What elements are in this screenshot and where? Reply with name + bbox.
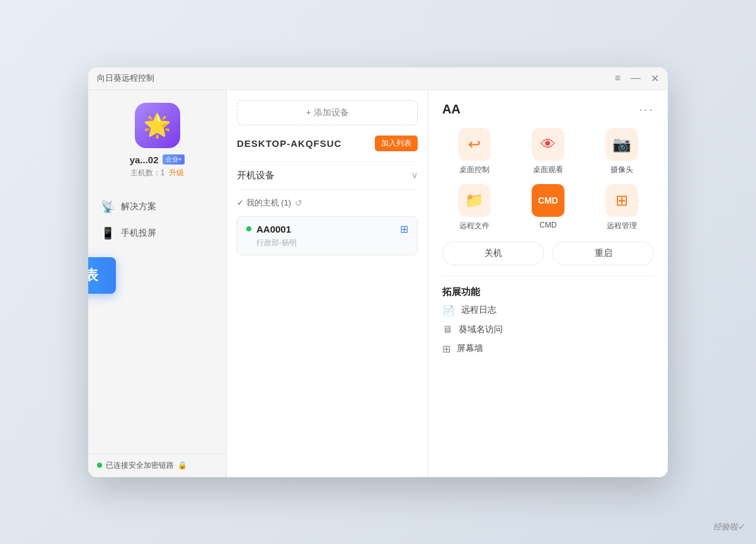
divider-right [442, 275, 654, 276]
desktop-control-label: 桌面控制 [459, 165, 490, 175]
user-name-row: ya...02 企业+ [130, 154, 185, 165]
power-buttons: 关机 重启 [442, 241, 654, 265]
divider-2 [237, 189, 418, 190]
close-icon[interactable]: ✕ [651, 72, 659, 84]
sidebar-item-screen-mirror[interactable]: 📱 手机投屏 [88, 220, 226, 246]
window-controls: ≡ — ✕ [615, 72, 659, 84]
extended-features-title: 拓展功能 [442, 286, 654, 298]
avatar-icon: 🌟 [143, 112, 171, 139]
minimize-icon[interactable]: — [631, 72, 641, 84]
tooltip-label: 设备列表 [88, 257, 116, 294]
divider-1 [237, 161, 418, 162]
screen-mirror-label: 手机投屏 [121, 228, 156, 239]
app-title: 向日葵远程控制 [97, 72, 615, 84]
domain-access-icon: 🖥 [442, 324, 452, 335]
hosts-section-header: ✓ 我的主机 (1) ↺ [237, 197, 418, 209]
title-bar: 向日葵远程控制 ≡ — ✕ [88, 67, 668, 90]
right-panel-header: AA ··· [442, 101, 654, 118]
ext-item-screen-wall[interactable]: ⊞ 屏幕墙 [442, 339, 654, 359]
sidebar-footer: 已连接安全加密链路 🔒 [88, 453, 226, 477]
refresh-icon[interactable]: ↺ [295, 198, 302, 208]
desktop-control-icon: ↩ [458, 128, 491, 161]
sidebar-nav: 📡 解决方案 📱 手机投屏 [88, 194, 226, 246]
device-item-header: AA0001 ⊞ [246, 223, 408, 235]
cmd-label: CMD [539, 221, 556, 229]
menu-icon[interactable]: ≡ [615, 72, 621, 84]
connection-status-dot [97, 463, 102, 468]
enterprise-badge: 企业+ [163, 154, 185, 165]
more-options-icon[interactable]: ··· [639, 101, 654, 118]
action-remote-file[interactable]: 📁 远程文件 [442, 184, 507, 231]
sidebar-item-solution[interactable]: 📡 解决方案 [88, 194, 226, 220]
domain-access-label: 葵域名访问 [459, 324, 503, 335]
chevron-down-icon: ∨ [411, 170, 418, 180]
action-desktop-view[interactable]: 👁 桌面观看 [516, 128, 581, 175]
avatar: 🌟 [135, 103, 180, 148]
remote-file-icon: 📁 [458, 184, 491, 217]
camera-icon: 📷 [605, 128, 638, 161]
right-panel: AA ··· ↩ 桌面控制 👁 桌面观看 📷 摄像头 [428, 90, 668, 477]
device-id-row: DESKTOP-AKQFSUC 加入列表 [237, 133, 418, 154]
device-name-text: AA0001 [256, 224, 291, 234]
add-device-button[interactable]: + 添加设备 [237, 100, 418, 125]
sidebar: 🌟 ya...02 企业+ 主机数：1 升级 设备列表 📡 解决方案 � [88, 90, 227, 477]
hosts-title: ✓ 我的主机 (1) [237, 197, 291, 209]
watermark: 经验啦✓ [713, 521, 745, 533]
solution-icon: 📡 [101, 200, 115, 214]
device-list-item[interactable]: AA0001 ⊞ 行政部-杨明 [237, 216, 418, 255]
camera-label: 摄像头 [610, 165, 633, 175]
remote-manage-label: 远程管理 [607, 221, 637, 231]
remote-file-label: 远程文件 [459, 221, 490, 231]
center-panel: + 添加设备 DESKTOP-AKQFSUC 加入列表 开机设备 ∨ ✓ 我的主… [227, 90, 428, 477]
desktop-view-icon: 👁 [532, 128, 564, 161]
shutdown-button[interactable]: 关机 [442, 241, 544, 265]
windows-icon: ⊞ [400, 223, 408, 235]
boot-device-title: 开机设备 [237, 170, 275, 182]
ext-item-domain-access[interactable]: 🖥 葵域名访问 [442, 320, 654, 339]
main-content: 🌟 ya...02 企业+ 主机数：1 升级 设备列表 📡 解决方案 � [88, 90, 668, 477]
remote-log-label: 远程日志 [461, 304, 496, 316]
connection-status-text: 已连接安全加密链路 [106, 460, 174, 471]
ext-item-remote-log[interactable]: 📄 远程日志 [442, 301, 654, 320]
restart-button[interactable]: 重启 [553, 241, 654, 265]
device-id-text: DESKTOP-AKQFSUC [237, 138, 341, 149]
device-sub-info: 行政部-杨明 [256, 238, 408, 248]
action-grid: ↩ 桌面控制 👁 桌面观看 📷 摄像头 📁 远程文件 [442, 128, 654, 231]
action-remote-manage[interactable]: ⊞ 远程管理 [589, 184, 654, 231]
remote-log-icon: 📄 [442, 304, 455, 316]
upgrade-link[interactable]: 升级 [169, 168, 184, 177]
join-list-button[interactable]: 加入列表 [375, 136, 418, 151]
screen-wall-label: 屏幕墙 [457, 343, 483, 354]
action-cmd[interactable]: CMD CMD [516, 184, 581, 231]
solution-label: 解决方案 [121, 201, 156, 212]
extended-features: 拓展功能 📄 远程日志 🖥 葵域名访问 ⊞ 屏幕墙 [442, 286, 654, 359]
boot-device-section[interactable]: 开机设备 ∨ [237, 170, 418, 182]
user-name: ya...02 [130, 154, 159, 165]
online-status-dot [246, 226, 251, 231]
add-device-label: + 添加设备 [306, 107, 348, 119]
host-count: 主机数：1 升级 [130, 168, 184, 178]
right-panel-title: AA [442, 102, 461, 117]
desktop-view-label: 桌面观看 [533, 165, 563, 175]
action-desktop-control[interactable]: ↩ 桌面控制 [442, 128, 507, 175]
cmd-icon: CMD [532, 184, 564, 217]
app-window: 向日葵远程控制 ≡ — ✕ 🌟 ya...02 企业+ 主机数：1 升级 [88, 67, 668, 477]
device-item-name: AA0001 [246, 224, 291, 234]
screen-mirror-icon: 📱 [101, 226, 115, 240]
action-camera[interactable]: 📷 摄像头 [589, 128, 654, 175]
screen-wall-icon: ⊞ [442, 343, 450, 355]
remote-manage-icon: ⊞ [605, 184, 638, 217]
lock-icon: 🔒 [178, 461, 187, 470]
